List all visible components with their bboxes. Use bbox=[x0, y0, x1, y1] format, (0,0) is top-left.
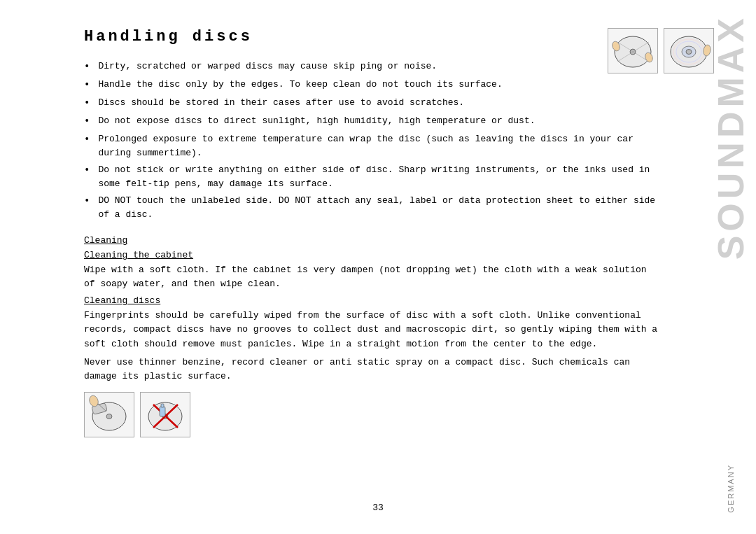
bullet-item: Dirty, scratched or warped discs may cau… bbox=[84, 59, 658, 74]
bottom-disc-images bbox=[84, 392, 658, 437]
cleaning-cabinet-heading: Cleaning the cabinet bbox=[84, 250, 658, 260]
page-container: Handling discs Dirty, scratched or warpe… bbox=[0, 0, 756, 534]
disc-cleaning-image-1 bbox=[84, 392, 134, 437]
svg-point-8 bbox=[686, 49, 692, 54]
cleaning-section: Cleaning Cleaning the cabinet Wipe with … bbox=[84, 235, 658, 437]
bullet-item: Discs should be stored in their cases af… bbox=[84, 96, 658, 111]
page-number: 33 bbox=[372, 503, 384, 513]
bullet-item: Prolonged exposure to extreme temperatur… bbox=[84, 132, 658, 160]
cleaning-discs-text2: Never use thinner benzine, record cleane… bbox=[84, 356, 658, 384]
bullet-item: Do not expose discs to direct sunlight, … bbox=[84, 114, 658, 129]
cleaning-discs-heading: Cleaning discs bbox=[84, 295, 658, 306]
main-content: Handling discs Dirty, scratched or warpe… bbox=[84, 28, 658, 437]
cleaning-cabinet-text: Wipe with a soft cloth. If the cabinet i… bbox=[84, 263, 658, 291]
brand-sidebar: SOUNDMAX GERMANY bbox=[713, 0, 749, 534]
disc-image-2 bbox=[664, 28, 714, 73]
svg-rect-21 bbox=[160, 407, 165, 416]
cleaning-heading: Cleaning bbox=[84, 235, 658, 246]
brand-name: SOUNDMAX bbox=[713, 14, 749, 260]
cleaning-discs-text1: Fingerprints should be carefully wiped f… bbox=[84, 309, 658, 351]
germany-label: GERMANY bbox=[727, 464, 735, 513]
bullet-item: Do not stick or write anything on either… bbox=[84, 163, 658, 190]
bullet-item: DO NOT touch the unlabeled side. DO NOT … bbox=[84, 194, 658, 221]
svg-rect-22 bbox=[161, 404, 164, 407]
page-title: Handling discs bbox=[84, 28, 658, 45]
bullet-item: Handle the disc only by the edges. To ke… bbox=[84, 78, 658, 92]
svg-point-13 bbox=[106, 414, 112, 419]
disc-cleaning-image-2 bbox=[140, 392, 190, 437]
bullet-list: Dirty, scratched or warped discs may cau… bbox=[84, 59, 658, 221]
